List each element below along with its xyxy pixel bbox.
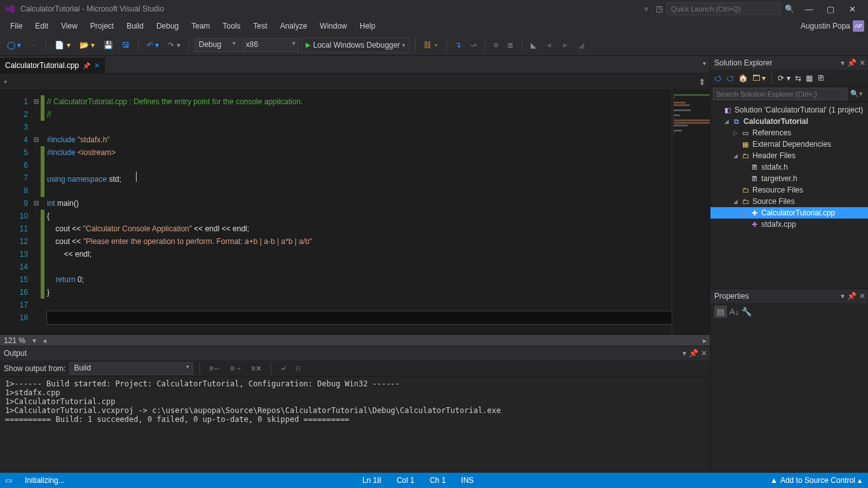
indent-less-icon[interactable]: ≡: [491, 39, 501, 51]
avatar[interactable]: AP: [853, 20, 864, 32]
scroll-right-icon[interactable]: ▸: [700, 336, 710, 345]
goto-next-icon[interactable]: ≡→: [227, 363, 245, 374]
minimap[interactable]: [672, 90, 710, 334]
new-project-button[interactable]: 📄 ▾: [51, 39, 73, 51]
solution-config-dropdown[interactable]: Debug: [194, 38, 239, 52]
goto-prev-icon[interactable]: ≡←: [207, 363, 224, 374]
code-editor[interactable]: 123456789101112131415161718 ⊟⊟⊟ // Calcu…: [0, 90, 710, 334]
toggle-wrap-icon[interactable]: ⤶: [278, 363, 289, 374]
properties-icon[interactable]: 🖹: [816, 73, 826, 83]
categorized-icon[interactable]: ▤: [714, 306, 727, 318]
undo-button[interactable]: ↶ ▾: [144, 39, 162, 51]
close-panel-icon[interactable]: ✕: [859, 58, 865, 67]
solution-search-input[interactable]: [713, 88, 848, 100]
menu-team[interactable]: Team: [185, 20, 216, 32]
se-home-icon[interactable]: 🏠: [737, 73, 749, 83]
nav-fwd-button[interactable]: →: [27, 39, 41, 51]
autohide-icon[interactable]: 📌: [847, 292, 857, 301]
user-name[interactable]: Augustin Popa: [801, 22, 853, 30]
start-debug-button[interactable]: ▶ Local Windows Debugger ▾: [301, 37, 410, 53]
tabs-dropdown-icon[interactable]: ▾: [703, 60, 706, 67]
maximize-button[interactable]: ▢: [820, 0, 841, 18]
tree-node[interactable]: ◢🗀Source Files: [710, 196, 868, 207]
tree-node[interactable]: 🖹targetver.h: [710, 173, 868, 184]
split-editor-icon[interactable]: ⬍: [698, 77, 706, 87]
search-icon[interactable]: 🔍: [781, 4, 798, 13]
tree-node[interactable]: ▷▭References: [710, 127, 868, 139]
clear-icon[interactable]: ≡✕: [248, 363, 264, 374]
menu-window[interactable]: Window: [313, 20, 353, 32]
tab-calculatortutorial-cpp[interactable]: CalculatorTutorial.cpp 📌 ✕: [0, 58, 105, 73]
wrench-icon[interactable]: 🔧: [742, 307, 752, 316]
output-from-dropdown[interactable]: Build: [69, 362, 193, 375]
close-panel-icon[interactable]: ✕: [859, 292, 865, 301]
autohide-icon[interactable]: 📌: [847, 58, 857, 67]
close-tab-icon[interactable]: ✕: [94, 62, 100, 70]
menu-help[interactable]: Help: [353, 20, 382, 32]
next-bookmark-icon[interactable]: ►: [559, 39, 573, 51]
chevron-up-icon: ▴: [858, 476, 862, 485]
properties-toolbar: ▤ A↓ 🔧: [710, 303, 868, 320]
minimize-button[interactable]: —: [798, 0, 820, 18]
tree-node[interactable]: 🖹stdafx.h: [710, 161, 868, 173]
quick-launch-input[interactable]: [667, 3, 781, 15]
source-control-button[interactable]: ▲ Add to Source Control ▴: [764, 476, 868, 485]
window-position-icon[interactable]: ▾: [841, 292, 844, 301]
search-icon[interactable]: 🔍▾: [848, 90, 865, 98]
hscrollbar[interactable]: [50, 335, 700, 346]
zoom-dropdown-icon[interactable]: ▾: [29, 336, 39, 345]
tree-node[interactable]: ◢⧉CalculatorTutorial: [710, 116, 868, 127]
menu-tools[interactable]: Tools: [217, 20, 247, 32]
pin-icon[interactable]: 📌: [83, 62, 90, 69]
menu-view[interactable]: View: [55, 20, 84, 32]
menu-project[interactable]: Project: [84, 20, 120, 32]
status-message: Initializing...: [17, 476, 72, 485]
solution-platform-dropdown[interactable]: x86: [241, 38, 299, 52]
nav-back-button[interactable]: ◯ ▾: [4, 39, 24, 51]
output-settings-icon[interactable]: ⁝⁝: [293, 363, 303, 374]
feedback-icon[interactable]: ◳: [652, 4, 667, 13]
process-icon[interactable]: ⛓ ▾: [421, 39, 440, 51]
menu-analyze[interactable]: Analyze: [274, 20, 314, 32]
prev-bookmark-icon[interactable]: ◄: [542, 39, 556, 51]
window-position-icon[interactable]: ▾: [841, 58, 844, 67]
home-icon[interactable]: ⭯: [713, 73, 723, 83]
save-button[interactable]: 💾: [100, 39, 116, 51]
menu-edit[interactable]: Edit: [29, 20, 55, 32]
close-button[interactable]: ✕: [841, 0, 863, 18]
collapse-icon[interactable]: ⇆: [794, 73, 803, 83]
back-icon[interactable]: ⭯: [725, 73, 735, 83]
step-over-icon[interactable]: ⤻: [467, 39, 480, 51]
tree-node[interactable]: ✚stdafx.cpp: [710, 219, 868, 230]
notifications-icon[interactable]: ▿: [641, 4, 652, 13]
refresh-icon[interactable]: ⟳ ▾: [776, 73, 791, 83]
open-file-button[interactable]: 📂 ▾: [76, 39, 98, 51]
close-panel-icon[interactable]: ✕: [701, 349, 707, 358]
bookmark-icon[interactable]: ◣: [527, 39, 539, 51]
tree-node[interactable]: ▦External Dependencies: [710, 139, 868, 150]
menu-debug[interactable]: Debug: [150, 20, 185, 32]
tree-node[interactable]: ◢🗀Header Files: [710, 150, 868, 161]
zoom-level[interactable]: 121 %: [0, 336, 29, 345]
solution-tree[interactable]: ◧Solution 'CalculatorTutorial' (1 projec…: [710, 102, 868, 288]
menu-file[interactable]: File: [4, 20, 29, 32]
sync-icon[interactable]: 🗔 ▾: [751, 73, 767, 83]
menu-build[interactable]: Build: [120, 20, 150, 32]
scroll-left-icon[interactable]: ◂: [39, 336, 50, 345]
save-all-button[interactable]: 🖫: [119, 39, 133, 51]
tree-node[interactable]: ◧Solution 'CalculatorTutorial' (1 projec…: [710, 104, 868, 116]
tree-node[interactable]: 🗀Resource Files: [710, 184, 868, 196]
window-position-icon[interactable]: ▾: [682, 349, 686, 358]
tasks-icon[interactable]: ▭: [0, 476, 17, 485]
alphabetical-icon[interactable]: A↓: [729, 307, 739, 316]
show-all-icon[interactable]: ▦: [804, 73, 814, 83]
step-into-icon[interactable]: ↴: [452, 39, 465, 51]
autohide-icon[interactable]: 📌: [689, 349, 698, 358]
tree-node[interactable]: ▷✚CalculatorTutorial.cpp: [710, 207, 868, 219]
indent-more-icon[interactable]: ≣: [504, 39, 517, 51]
output-text[interactable]: 1>------ Build started: Project: Calcula…: [0, 377, 710, 473]
redo-button[interactable]: ↷ ▾: [165, 39, 183, 51]
menu-test[interactable]: Test: [247, 20, 274, 32]
clear-bookmark-icon[interactable]: ◢: [575, 39, 587, 51]
nav-dropdown-icon[interactable]: ▾: [4, 78, 7, 85]
